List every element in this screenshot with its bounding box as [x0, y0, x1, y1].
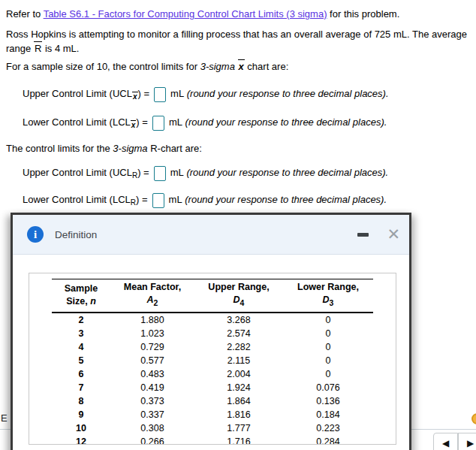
sample-size-cell: 12 [52, 435, 110, 445]
unit-label: mL [169, 116, 182, 128]
factor-value-cell: 0.136 [283, 394, 373, 408]
factor-value-cell: 0.266 [110, 435, 194, 445]
help-icon[interactable] [471, 413, 476, 424]
refer-suffix: for this problem. [327, 8, 399, 20]
factor-value-cell: 0.483 [110, 367, 194, 381]
factor-value-cell: 0.076 [283, 381, 373, 394]
factor-value-cell: 1.023 [110, 327, 194, 340]
ucl-r-label: Upper Control Limit (UCL [23, 167, 132, 178]
definition-dialog: i Definition ✕ SampleSize, n Mean Factor… [11, 213, 411, 450]
sigma-italic: 3-sigma [200, 61, 238, 72]
lcl-r-row: Lower Control Limit (LCLR) =mL (round yo… [23, 190, 387, 210]
table-s61-link[interactable]: Table S6.1 - Factors for Computing Contr… [44, 8, 327, 20]
rounding-note: (round your response to three decimal pl… [185, 116, 387, 128]
sample-size-cell: 6 [52, 367, 110, 381]
sample-size-cell: 10 [52, 421, 110, 435]
sample-size-cell: 9 [52, 408, 110, 421]
heading-text: For a sample size of 10, the control lim… [6, 61, 200, 72]
factor-value-cell: 0.184 [283, 408, 373, 421]
xbar-subscript: x [132, 92, 138, 101]
table-row: 100.3081.7770.223 [52, 421, 373, 435]
table-row: 60.4832.0040 [52, 367, 373, 381]
left-arrow-icon: ◀ [442, 438, 449, 448]
factor-value-cell: 1.880 [110, 313, 194, 327]
sample-size-cell: 7 [52, 381, 110, 394]
minimize-icon[interactable] [357, 233, 369, 237]
lcl-r-input[interactable] [152, 193, 164, 208]
factor-value-cell: 0.308 [110, 421, 194, 435]
factor-value-cell: 1.716 [194, 435, 283, 445]
ucl-r-input[interactable] [154, 166, 166, 181]
factor-value-cell: 0 [283, 327, 373, 340]
scroll-right-button[interactable]: ▶ [458, 433, 476, 450]
right-arrow-icon: ▶ [467, 438, 474, 448]
dialog-title: Definition [55, 229, 97, 240]
equals-text: ) = [138, 88, 150, 99]
r-bar-symbol: R [34, 41, 42, 53]
col-lower-range: Lower Range,D3 [283, 279, 373, 313]
rounding-note: (round your response to three decimal pl… [186, 167, 388, 178]
equals-text: ) = [136, 194, 148, 205]
ucl-r-row: Upper Control Limit (UCLR) =mL (round yo… [23, 163, 388, 183]
background-text-fragment: E [1, 412, 8, 424]
refer-line: Refer to Table S6.1 - Factors for Comput… [6, 8, 399, 21]
factor-value-cell: 0.284 [283, 435, 373, 445]
rchart-section-heading: The control limits for the 3-sigma R-cha… [6, 142, 202, 156]
lcl-r-label: Lower Control Limit (LCL [23, 194, 131, 205]
table-row: 40.7292.2820 [52, 340, 373, 354]
factor-value-cell: 0.373 [110, 394, 194, 408]
factor-value-cell: 3.268 [194, 313, 283, 327]
factor-value-cell: 0 [283, 313, 373, 327]
table-row: 90.3371.8160.184 [52, 408, 373, 421]
factor-value-cell: 2.282 [194, 340, 283, 354]
sigma-italic: 3-sigma [113, 143, 147, 154]
unit-label: mL [169, 194, 182, 205]
factor-value-cell: 0.337 [110, 408, 194, 421]
lcl-xbar-label: Lower Control Limit (LCL [23, 116, 131, 128]
factor-value-cell: 2.115 [194, 354, 283, 367]
factor-value-cell: 0.223 [283, 421, 373, 435]
factor-value-cell: 2.004 [194, 367, 283, 381]
r-subscript: R [131, 198, 136, 207]
factor-value-cell: 0 [283, 340, 373, 354]
factor-value-cell: 2.574 [194, 327, 283, 340]
heading-text-suffix: chart are: [245, 61, 289, 72]
unit-label: mL [170, 167, 184, 178]
factors-table-box: SampleSize, n Mean Factor,A2 Upper Range… [29, 273, 396, 445]
col-mean-factor: Mean Factor,A2 [110, 279, 194, 313]
problem-page: Refer to Table S6.1 - Factors for Comput… [0, 0, 476, 450]
heading-text-suffix: R-chart are: [148, 143, 202, 154]
info-icon: i [27, 226, 44, 243]
problem-statement: Ross Hopkins is attempting to monitor a … [6, 28, 471, 56]
rounding-note: (round your response to three decimal pl… [185, 194, 387, 205]
col-sample-size: SampleSize, n [52, 279, 110, 313]
table-row: 21.8803.2680 [52, 313, 373, 327]
problem-text-2: is 4 mL. [42, 43, 79, 54]
factor-value-cell: 1.816 [194, 408, 283, 421]
factors-table: SampleSize, n Mean Factor,A2 Upper Range… [52, 279, 373, 445]
factor-value-cell: 0.729 [110, 340, 194, 354]
sample-size-cell: 5 [52, 354, 110, 367]
refer-prefix: Refer to [6, 8, 44, 20]
sample-size-cell: 8 [52, 394, 110, 408]
close-icon[interactable]: ✕ [387, 227, 400, 243]
xbar-section-heading: For a sample size of 10, the control lim… [6, 59, 288, 74]
factor-value-cell: 0 [283, 367, 373, 381]
factor-value-cell: 0.577 [110, 354, 194, 367]
ucl-xbar-input[interactable] [154, 87, 166, 102]
rounding-note: (round your response to three decimal pl… [187, 88, 389, 99]
col-upper-range: Upper Range,D4 [194, 279, 283, 313]
heading-text: The control limits for the [6, 143, 113, 154]
lcl-xbar-input[interactable] [152, 116, 164, 131]
factor-value-cell: 0 [283, 354, 373, 367]
equals-text: ) = [136, 116, 148, 128]
factor-value-cell: 1.864 [194, 394, 283, 408]
table-row: 70.4191.9240.076 [52, 381, 373, 394]
scroll-left-button[interactable]: ◀ [433, 433, 458, 450]
sample-size-cell: 2 [52, 313, 110, 327]
ucl-xbar-label: Upper Control Limit (UCL [23, 88, 132, 99]
factors-table-body: 21.8803.268031.0232.574040.7292.282050.5… [52, 313, 373, 445]
dialog-header: i Definition ✕ [13, 215, 409, 255]
table-row: 120.2661.7160.284 [52, 435, 373, 445]
lcl-xbar-row: Lower Control Limit (LCLx) =mL (round yo… [23, 113, 387, 132]
